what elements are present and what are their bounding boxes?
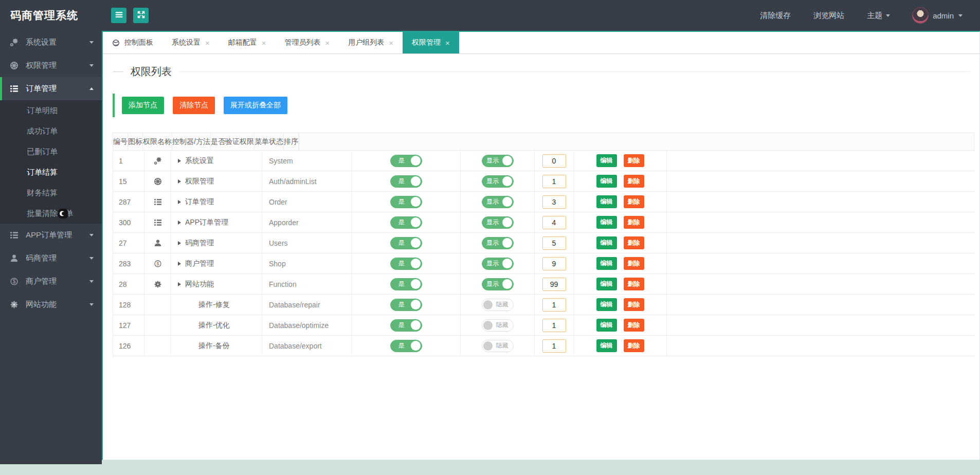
tab[interactable]: 控制面板 <box>103 32 162 53</box>
expand-arrow-icon[interactable] <box>178 262 181 266</box>
sidebar-subitem[interactable]: 订单结算 <box>0 162 102 182</box>
verify-toggle[interactable]: 是 <box>390 319 422 332</box>
menu-status-toggle[interactable]: 隐藏 <box>482 319 514 332</box>
delete-button[interactable]: 删除 <box>624 236 644 249</box>
sort-input[interactable] <box>542 339 566 353</box>
cell-name[interactable]: 操作-备份 <box>171 336 262 356</box>
sidebar-subitem[interactable]: 成功订单 <box>0 121 102 141</box>
tab[interactable]: 管理员列表 <box>276 32 339 53</box>
verify-toggle[interactable]: 是 <box>390 237 422 249</box>
sidebar-subitem[interactable]: 已删订单 <box>0 141 102 162</box>
verify-toggle[interactable]: 是 <box>390 299 422 311</box>
cell-name[interactable]: 码商管理 <box>171 233 262 253</box>
sort-input[interactable] <box>542 278 566 291</box>
delete-button[interactable]: 删除 <box>624 175 644 188</box>
delete-button[interactable]: 删除 <box>624 339 644 352</box>
edit-button[interactable]: 编辑 <box>596 195 617 208</box>
sort-input[interactable] <box>542 257 566 270</box>
cell-name[interactable]: 操作-优化 <box>171 315 262 335</box>
user-menu[interactable]: admin <box>913 8 963 23</box>
fullscreen-button[interactable] <box>133 8 149 23</box>
expand-arrow-icon[interactable] <box>178 282 181 286</box>
menu-status-toggle[interactable]: 显示 <box>482 258 514 270</box>
menu-status-toggle[interactable]: 显示 <box>482 278 514 290</box>
cell-name[interactable]: 网站功能 <box>171 274 262 294</box>
sort-input[interactable] <box>542 216 566 229</box>
sidebar-item[interactable]: 权限管理 <box>0 54 102 77</box>
expand-arrow-icon[interactable] <box>178 221 181 225</box>
sidebar-toggle-button[interactable] <box>111 8 126 23</box>
cell-name[interactable]: APP订单管理 <box>171 212 262 232</box>
sort-input[interactable] <box>542 154 566 168</box>
menu-status-toggle[interactable]: 显示 <box>482 237 514 249</box>
close-icon[interactable] <box>205 39 210 47</box>
expand-arrow-icon[interactable] <box>178 241 181 245</box>
close-icon[interactable] <box>325 39 330 47</box>
sort-input[interactable] <box>542 175 566 188</box>
close-icon[interactable] <box>445 39 450 47</box>
toolbar-button[interactable]: 清除节点 <box>173 97 215 114</box>
sidebar-subitem[interactable]: 批量清除订单 <box>0 203 102 224</box>
edit-button[interactable]: 编辑 <box>596 175 617 188</box>
edit-button[interactable]: 编辑 <box>596 216 617 229</box>
expand-arrow-icon[interactable] <box>178 200 181 204</box>
toolbar-button[interactable]: 展开或折叠全部 <box>224 97 287 114</box>
sidebar-item[interactable]: 码商管理 <box>0 247 102 270</box>
sidebar-item[interactable]: APP订单管理 <box>0 224 102 247</box>
delete-button[interactable]: 删除 <box>624 216 644 229</box>
verify-toggle[interactable]: 是 <box>390 175 422 188</box>
delete-button[interactable]: 删除 <box>624 278 644 290</box>
cell-name[interactable]: 操作-修复 <box>171 295 262 315</box>
delete-button[interactable]: 删除 <box>624 298 644 311</box>
expand-arrow-icon[interactable] <box>178 179 181 184</box>
sidebar-item[interactable]: 网站功能 <box>0 293 102 316</box>
sidebar-item[interactable]: 系统设置 <box>0 31 102 54</box>
sort-input[interactable] <box>542 195 566 209</box>
topbar-link[interactable]: 清除缓存 <box>760 11 791 21</box>
delete-button[interactable]: 删除 <box>624 257 644 270</box>
sidebar-subitem[interactable]: 订单明细 <box>0 100 102 121</box>
sidebar-subitem[interactable]: 财务结算 <box>0 182 102 203</box>
tab[interactable]: 权限管理 <box>403 32 459 53</box>
tab[interactable]: 用户组列表 <box>339 32 403 53</box>
edit-button[interactable]: 编辑 <box>596 278 617 290</box>
delete-button[interactable]: 删除 <box>624 319 644 332</box>
verify-toggle[interactable]: 是 <box>390 216 422 229</box>
menu-status-toggle[interactable]: 显示 <box>482 175 514 188</box>
close-icon[interactable] <box>262 39 266 47</box>
sort-input[interactable] <box>542 236 566 250</box>
menu-status-toggle[interactable]: 隐藏 <box>482 299 514 311</box>
topbar-link[interactable]: 浏览网站 <box>813 11 844 21</box>
toolbar-button[interactable]: 添加节点 <box>122 97 164 114</box>
edit-button[interactable]: 编辑 <box>596 298 617 311</box>
menu-status-toggle[interactable]: 显示 <box>482 216 514 229</box>
menu-status-toggle[interactable]: 隐藏 <box>482 340 514 352</box>
verify-toggle[interactable]: 是 <box>390 155 422 167</box>
tab[interactable]: 系统设置 <box>162 32 219 53</box>
sidebar-item[interactable]: 订单管理 <box>0 77 102 100</box>
topbar-link[interactable]: 主题 <box>867 11 890 21</box>
verify-toggle[interactable]: 是 <box>390 278 422 290</box>
verify-toggle[interactable]: 是 <box>390 196 422 208</box>
sidebar-item[interactable]: $ 商户管理 <box>0 270 102 293</box>
delete-button[interactable]: 删除 <box>624 195 644 208</box>
cell-name[interactable]: 订单管理 <box>171 192 262 212</box>
verify-toggle[interactable]: 是 <box>390 340 422 352</box>
edit-button[interactable]: 编辑 <box>596 339 617 352</box>
edit-button[interactable]: 编辑 <box>596 154 617 167</box>
edit-button[interactable]: 编辑 <box>596 257 617 270</box>
close-icon[interactable] <box>389 39 393 47</box>
sort-input[interactable] <box>542 319 566 332</box>
tab[interactable]: 邮箱配置 <box>219 32 276 53</box>
cell-name[interactable]: 系统设置 <box>171 151 262 171</box>
edit-button[interactable]: 编辑 <box>596 236 617 249</box>
sort-input[interactable] <box>542 298 566 312</box>
menu-status-toggle[interactable]: 显示 <box>482 196 514 208</box>
cell-name[interactable]: 商户管理 <box>171 253 262 273</box>
verify-toggle[interactable]: 是 <box>390 258 422 270</box>
cell-name[interactable]: 权限管理 <box>171 171 262 191</box>
menu-status-toggle[interactable]: 显示 <box>482 155 514 167</box>
edit-button[interactable]: 编辑 <box>596 319 617 332</box>
delete-button[interactable]: 删除 <box>624 154 644 167</box>
expand-arrow-icon[interactable] <box>178 159 181 163</box>
